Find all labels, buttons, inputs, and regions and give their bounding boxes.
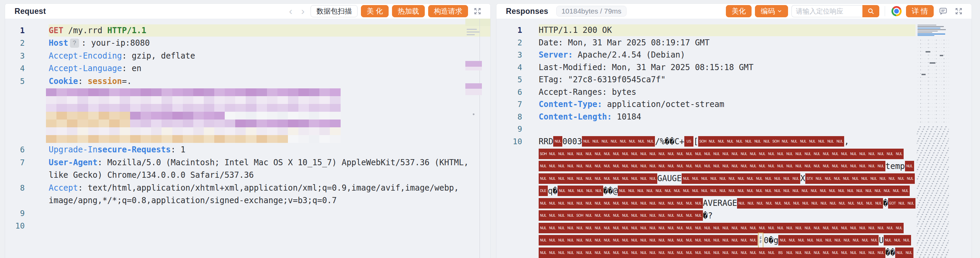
line-number[interactable]: 3: [5, 50, 25, 62]
code-line[interactable]: NULNULNULNULSOHNULNULNULNULNULNULNULNULN…: [496, 210, 915, 222]
line-number[interactable]: 2: [496, 37, 522, 49]
code-line[interactable]: DLEq�NULNULNULNULNUL��@NULNULNULNULNULNU…: [496, 185, 915, 197]
line-number[interactable]: 1: [496, 24, 522, 37]
code-line[interactable]: NULNULNULNULNULNULNULNULNULNULNULNULNULG…: [496, 172, 915, 185]
request-minimap[interactable]: [465, 19, 490, 258]
code-text: Last-Modified: Mon, 31 Mar 2025 08:15:18…: [539, 61, 754, 74]
search-input[interactable]: [791, 5, 862, 17]
comment-button[interactable]: [937, 5, 949, 17]
code-text: Host?: your-ip:8080: [49, 37, 150, 50]
search-button[interactable]: [862, 5, 879, 17]
control-char-badge: NUL: [758, 161, 767, 171]
line-number[interactable]: 8: [5, 181, 25, 194]
line-number[interactable]: 8: [496, 111, 522, 123]
line-number[interactable]: [496, 222, 522, 234]
line-number[interactable]: 4: [496, 61, 522, 74]
control-char-badge: NUL: [794, 223, 803, 233]
control-char-badge: SOH: [771, 136, 780, 147]
line-number[interactable]: [5, 169, 25, 182]
line-number[interactable]: 4: [5, 62, 25, 75]
code-line[interactable]: image/apng,*/*;q=0.8,application/signed-…: [5, 194, 465, 207]
code-line[interactable]: 4Last-Modified: Mon, 31 Mar 2025 08:15:1…: [496, 61, 915, 74]
control-char-badge: NUL: [657, 247, 667, 258]
line-number[interactable]: 10: [496, 135, 522, 148]
hot-reload-button[interactable]: 热加载: [392, 5, 425, 17]
line-number[interactable]: [496, 147, 522, 160]
line-number[interactable]: 9: [496, 123, 522, 135]
code-line[interactable]: 3Accept-Encoding: gzip, deflate: [5, 50, 465, 62]
control-char-badge: NUL: [603, 161, 612, 171]
code-line[interactable]: 6Upgrade-Insecure-Requests: 1: [5, 144, 465, 156]
line-number[interactable]: 1: [5, 24, 25, 37]
line-number[interactable]: 2: [5, 37, 25, 50]
response-minimap[interactable]: [916, 19, 951, 258]
control-char-badge: NUL: [667, 235, 676, 245]
line-number[interactable]: 7: [496, 98, 522, 111]
control-char-badge: NUL: [849, 247, 858, 258]
detail-button[interactable]: 详 情: [906, 5, 934, 17]
control-char-badge: NUL: [575, 235, 584, 245]
code-line[interactable]: 2Date: Mon, 31 Mar 2025 08:19:17 GMT: [496, 37, 915, 49]
line-number[interactable]: [496, 185, 522, 197]
redacted-region[interactable]: [5, 88, 465, 144]
code-line[interactable]: 4Accept-Language: en: [5, 62, 465, 75]
request-editor[interactable]: 1GET /my.rrd HTTP/1.12Host?: your-ip:808…: [5, 19, 490, 258]
code-line[interactable]: NULNULNULNULNULNULNULNULNULNULNULNULNULN…: [496, 197, 915, 210]
code-line[interactable]: 5Cookie: session=.: [5, 75, 465, 88]
packet-scan-button[interactable]: 数据包扫描: [310, 5, 358, 17]
code-line[interactable]: 5ETag: "27c8-6319f0545ca7f": [496, 74, 915, 86]
control-char-badge: NUL: [746, 198, 755, 208]
line-number[interactable]: [5, 194, 25, 207]
code-line[interactable]: like Gecko) Chrome/134.0.0.0 Safari/537.…: [5, 169, 465, 182]
code-line[interactable]: 3Server: Apache/2.4.54 (Debian): [496, 49, 915, 61]
code-line[interactable]: 8Content-Length: 10184: [496, 111, 915, 123]
line-number[interactable]: [496, 247, 522, 258]
code-line[interactable]: 7User-Agent: Mozilla/5.0 (Macintosh; Int…: [5, 156, 465, 169]
line-number[interactable]: 5: [5, 75, 25, 88]
history-next-button[interactable]: ›: [298, 5, 307, 17]
line-number[interactable]: [496, 160, 522, 173]
fullscreen-icon[interactable]: [471, 5, 484, 17]
line-number[interactable]: 6: [496, 86, 522, 99]
open-in-chrome-button[interactable]: [891, 5, 903, 17]
line-number[interactable]: 10: [5, 220, 25, 232]
line-number[interactable]: [496, 210, 522, 222]
build-request-button[interactable]: 构造请求: [428, 5, 468, 17]
token: : text/html,application/xhtml+xml,applic…: [78, 183, 459, 193]
code-line[interactable]: 10RRDNUL0003NULNULNULNULNULNULNULNUL/%��…: [496, 135, 915, 148]
encode-dropdown-button[interactable]: 编码: [755, 5, 788, 17]
control-char-badge: NUL: [870, 235, 879, 245]
code-line[interactable]: 7Content-Type: application/octet-stream: [496, 98, 915, 111]
beautify-button[interactable]: 美 化: [361, 5, 389, 17]
code-line[interactable]: 10: [5, 220, 465, 232]
history-prev-button[interactable]: ‹: [286, 5, 295, 17]
code-line[interactable]: 1GET /my.rrd HTTP/1.1: [5, 24, 465, 37]
line-number[interactable]: 3: [496, 49, 522, 61]
fullscreen-icon[interactable]: [953, 5, 965, 17]
code-line[interactable]: 8Accept: text/html,application/xhtml+xml…: [5, 181, 465, 194]
code-line[interactable]: SOHNULNULNULNULNULNULNULNULNULNULNULNULN…: [496, 147, 915, 160]
code-line[interactable]: NULNULNULNULNULNULNULNULNULNULNULNULNULN…: [496, 222, 915, 234]
beautify-button[interactable]: 美化: [726, 5, 752, 17]
line-number[interactable]: [496, 234, 522, 247]
line-number[interactable]: 6: [5, 144, 25, 156]
line-number[interactable]: 5: [496, 74, 522, 86]
line-number[interactable]: 9: [5, 207, 25, 220]
help-badge[interactable]: ?: [70, 38, 79, 48]
code-line[interactable]: NULNULNULNULNULNULNULNULNULNULNULNULNULN…: [496, 234, 915, 247]
control-char-badge: NUL: [749, 223, 758, 233]
control-char-badge: NUL: [897, 198, 906, 208]
control-char-badge: NUL: [837, 198, 846, 208]
code-line[interactable]: 6Accept-Ranges: bytes: [496, 86, 915, 99]
code-line[interactable]: 9: [496, 123, 915, 135]
code-line[interactable]: NULNULNULNULNULNULNULNULNULNULNULNULNULN…: [496, 247, 915, 258]
control-char-badge: NUL: [676, 149, 685, 159]
code-line[interactable]: 1HTTP/1.1 200 OK: [496, 24, 915, 37]
code-line[interactable]: 2Host?: your-ip:8080: [5, 37, 465, 50]
line-number[interactable]: 7: [5, 156, 25, 169]
response-editor[interactable]: 1HTTP/1.1 200 OK2Date: Mon, 31 Mar 2025 …: [496, 19, 972, 258]
code-line[interactable]: 9: [5, 207, 465, 220]
line-number[interactable]: [496, 197, 522, 210]
code-line[interactable]: NULNULNULNULNULNULNULNULNULNULNULNULNULN…: [496, 160, 915, 173]
line-number[interactable]: [496, 172, 522, 185]
